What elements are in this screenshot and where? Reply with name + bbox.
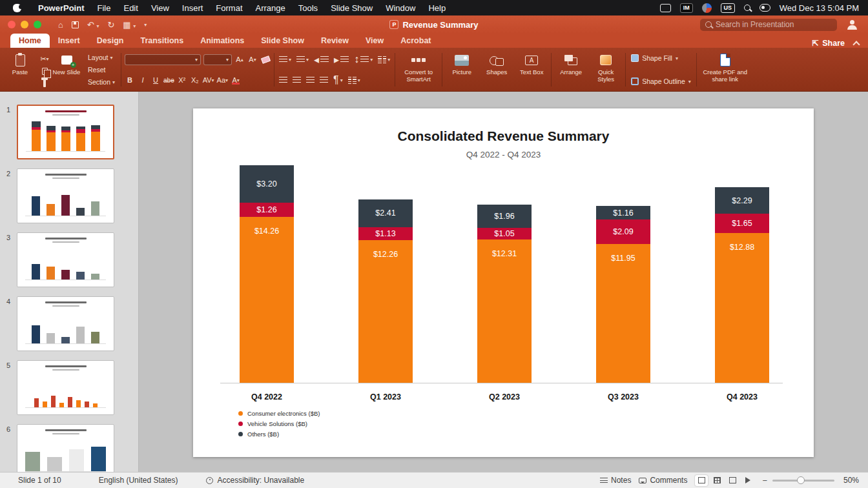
- zoom-window-button[interactable]: [34, 21, 41, 28]
- superscript-button[interactable]: X²: [177, 75, 187, 85]
- shrink-font-button[interactable]: A▾: [247, 54, 258, 65]
- im-status-badge[interactable]: IM: [680, 3, 693, 13]
- search-in-presentation-field[interactable]: Search in Presentation: [700, 19, 837, 31]
- slide-thumbnail-panel[interactable]: 123456: [0, 92, 139, 472]
- slide-thumbnail[interactable]: [17, 296, 114, 351]
- slide-thumbnail[interactable]: [17, 424, 114, 472]
- align-center-button[interactable]: [291, 75, 302, 85]
- notes-toggle[interactable]: Notes: [600, 476, 631, 485]
- text-direction-button[interactable]: ¶▾: [332, 75, 344, 85]
- menubar-item-powerpoint[interactable]: PowerPoint: [32, 3, 91, 13]
- subscript-button[interactable]: X₂: [190, 75, 200, 85]
- menubar-app-status-icon[interactable]: [660, 4, 671, 12]
- share-people-icon[interactable]: [847, 20, 860, 30]
- change-case-button[interactable]: Aa▾: [217, 75, 228, 85]
- cut-button[interactable]: ✂ ▾: [39, 54, 50, 63]
- decrease-indent-button[interactable]: ◂: [313, 54, 330, 65]
- convert-to-smartart-button[interactable]: Convert to SmartArt: [398, 51, 439, 88]
- apple-menu-icon[interactable]: [13, 4, 21, 12]
- minimize-window-button[interactable]: [21, 21, 28, 28]
- columns-button[interactable]: ▾: [377, 54, 391, 65]
- character-spacing-button[interactable]: AV▾: [203, 75, 214, 85]
- line-spacing-button[interactable]: ↕▾: [353, 54, 374, 65]
- menubar-item-arrange[interactable]: Arrange: [249, 3, 292, 13]
- slide[interactable]: Consolidated Revenue Summary Q4 2022 - Q…: [193, 108, 814, 457]
- zoom-out-icon[interactable]: −: [762, 476, 767, 485]
- align-text-button[interactable]: ▾: [347, 75, 362, 85]
- reading-view-button[interactable]: [726, 475, 739, 486]
- menubar-item-insert[interactable]: Insert: [176, 3, 210, 13]
- strikethrough-button[interactable]: abe: [163, 75, 174, 85]
- spotlight-search-icon[interactable]: [744, 5, 750, 11]
- tab-acrobat[interactable]: Acrobat: [392, 34, 439, 48]
- picture-button[interactable]: Picture: [446, 51, 478, 88]
- arrange-button[interactable]: Arrange: [555, 51, 587, 88]
- align-right-button[interactable]: [305, 75, 316, 85]
- grow-font-button[interactable]: A▴: [234, 54, 245, 65]
- section-button[interactable]: Section▾: [85, 77, 118, 86]
- normal-view-button[interactable]: [695, 475, 708, 486]
- slide-thumbnail[interactable]: [17, 360, 114, 415]
- slide-thumbnail[interactable]: [17, 105, 114, 159]
- tab-home[interactable]: Home: [10, 34, 50, 48]
- slide-sorter-view-button[interactable]: [710, 475, 723, 486]
- italic-button[interactable]: I: [138, 75, 148, 85]
- tab-slide-show[interactable]: Slide Show: [253, 34, 313, 48]
- keyboard-layout-badge[interactable]: US: [721, 3, 735, 13]
- quick-styles-button[interactable]: Quick Styles: [590, 51, 622, 88]
- slide-thumbnail[interactable]: [17, 232, 114, 287]
- language-label[interactable]: English (United States): [99, 476, 178, 485]
- menubar-item-file[interactable]: File: [91, 3, 118, 13]
- save-icon[interactable]: [72, 21, 79, 28]
- align-left-button[interactable]: [278, 75, 289, 85]
- menubar-item-format[interactable]: Format: [209, 3, 249, 13]
- menubar-item-help[interactable]: Help: [422, 3, 452, 13]
- copy-button[interactable]: [39, 66, 50, 76]
- justify-button[interactable]: [318, 75, 329, 85]
- tab-insert[interactable]: Insert: [50, 34, 88, 48]
- menubar-item-edit[interactable]: Edit: [117, 3, 144, 13]
- increase-indent-button[interactable]: ▸: [333, 54, 350, 65]
- menubar-item-slide-show[interactable]: Slide Show: [324, 3, 379, 13]
- bold-button[interactable]: B: [125, 75, 135, 85]
- slideshow-button[interactable]: [741, 475, 754, 486]
- comments-toggle[interactable]: Comments: [639, 476, 687, 485]
- create-pdf-button[interactable]: Create PDF and share link: [700, 51, 750, 88]
- menubar-clock[interactable]: Wed Dec 13 5:04 PM: [780, 3, 859, 13]
- text-box-button[interactable]: A Text Box: [515, 51, 548, 88]
- shape-outline-button[interactable]: Shape Outline ▾: [629, 76, 693, 86]
- collapse-ribbon-icon[interactable]: [852, 41, 860, 48]
- menubar-item-tools[interactable]: Tools: [292, 3, 324, 13]
- toolbar-options-caret-icon[interactable]: ▾: [144, 22, 147, 28]
- redo-icon[interactable]: ↻: [107, 20, 114, 30]
- new-slide-button[interactable]: New Slide: [50, 51, 83, 88]
- tab-review[interactable]: Review: [313, 34, 357, 48]
- undo-icon[interactable]: ↶ ▾: [87, 20, 99, 30]
- tab-transitions[interactable]: Transitions: [132, 34, 192, 48]
- font-name-select[interactable]: ▾: [125, 54, 201, 65]
- bullets-button[interactable]: ▾: [278, 54, 293, 65]
- menubar-item-view[interactable]: View: [145, 3, 176, 13]
- accessibility-status[interactable]: Accessibility: Unavailable: [206, 476, 304, 485]
- tab-animations[interactable]: Animations: [192, 34, 253, 48]
- format-painter-button[interactable]: [39, 79, 50, 88]
- menubar-item-window[interactable]: Window: [379, 3, 422, 13]
- tab-design[interactable]: Design: [88, 34, 132, 48]
- zoom-slider[interactable]: [772, 480, 834, 482]
- numbering-button[interactable]: ▾: [295, 54, 310, 65]
- shapes-button[interactable]: Shapes: [480, 51, 513, 88]
- table-icon[interactable]: ▦ ▾: [123, 20, 136, 30]
- layout-button[interactable]: Layout▾: [85, 53, 118, 62]
- home-icon[interactable]: ⌂: [58, 20, 63, 30]
- paste-button[interactable]: Paste: [4, 51, 36, 88]
- tab-view[interactable]: View: [357, 34, 392, 48]
- control-center-icon[interactable]: [760, 4, 770, 12]
- clear-formatting-button[interactable]: [260, 54, 271, 65]
- close-window-button[interactable]: [8, 21, 16, 28]
- slide-thumbnail[interactable]: [17, 168, 114, 223]
- font-size-select[interactable]: ▾: [203, 54, 232, 65]
- sync-status-icon[interactable]: [702, 3, 712, 13]
- zoom-slider-knob[interactable]: [797, 476, 805, 484]
- shape-fill-button[interactable]: Shape Fill ▾: [629, 53, 693, 63]
- font-color-button[interactable]: A▾: [231, 75, 241, 85]
